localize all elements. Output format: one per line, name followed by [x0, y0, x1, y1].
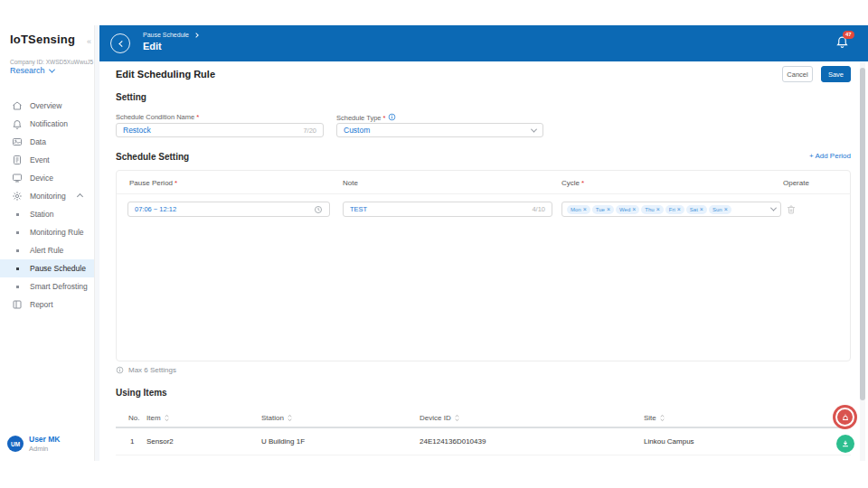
sidebar-collapse-icon[interactable]: «	[87, 37, 91, 46]
sidebar-menu: Overview Notification Data Event Device …	[0, 97, 94, 314]
schedule-condition-name-input[interactable]: Restock 7/20	[116, 123, 324, 137]
header-title: Edit	[143, 41, 162, 52]
cycle-day-chip[interactable]: Sun×	[709, 205, 731, 214]
cell-device-id: 24E124136D010439	[420, 437, 486, 446]
back-button[interactable]	[110, 33, 130, 53]
download-fab[interactable]	[836, 435, 854, 453]
col-site[interactable]: Site	[644, 414, 665, 422]
sidebar-item-label: Station	[30, 210, 53, 219]
sidebar-item-notification[interactable]: Notification	[0, 115, 94, 133]
chip-remove-icon[interactable]: ×	[656, 206, 660, 212]
breadcrumb-parent[interactable]: Pause Schedule	[143, 32, 189, 38]
sidebar-item-event[interactable]: Event	[0, 151, 94, 169]
sidebar-item-data[interactable]: Data	[0, 133, 94, 151]
avatar: UM	[7, 436, 24, 452]
sidebar-item-label: Monitoring	[30, 192, 66, 201]
sidebar-item-device[interactable]: Device	[0, 169, 94, 187]
required-icon: *	[382, 114, 385, 122]
info-icon	[116, 366, 124, 374]
notification-bell[interactable]: 47	[835, 34, 850, 49]
clock-icon	[314, 205, 323, 214]
page-content: Setting Schedule Condition Name* Restock…	[99, 87, 868, 461]
sidebar-item-overview[interactable]: Overview	[0, 97, 94, 115]
add-period-button[interactable]: + Add Period	[809, 152, 851, 160]
sidebar-item-monitoring-rule[interactable]: Monitoring Rule	[0, 223, 94, 241]
chip-remove-icon[interactable]: ×	[607, 206, 610, 212]
sort-icon[interactable]	[659, 414, 665, 422]
pause-period-value: 07:06 ~ 12:12	[135, 205, 314, 213]
user-role: Admin	[29, 445, 60, 453]
schedule-type-value: Custom	[344, 126, 532, 135]
cycle-day-chip[interactable]: Fri×	[665, 205, 684, 214]
scrollbar-thumb[interactable]	[860, 68, 865, 400]
bullet-icon	[16, 249, 19, 252]
chevron-left-icon	[118, 40, 125, 46]
schedule-type-label: Schedule Type*	[336, 113, 396, 122]
table-row: 1 Sensor2 U Building 1F 24E124136D010439…	[116, 428, 851, 455]
sidebar-item-label: Data	[30, 137, 46, 146]
gear-icon	[12, 191, 23, 202]
chip-remove-icon[interactable]: ×	[632, 206, 636, 212]
chevron-up-icon	[77, 192, 83, 199]
alarm-icon	[835, 408, 854, 427]
cycle-day-chip[interactable]: Mon×	[567, 205, 590, 214]
sidebar-item-label: Event	[30, 155, 50, 164]
col-note: Note	[343, 179, 358, 187]
chip-remove-icon[interactable]: ×	[724, 206, 728, 212]
note-input[interactable]: TEST 4/10	[343, 202, 552, 217]
monitor-icon	[12, 173, 23, 183]
col-item[interactable]: Item	[146, 414, 170, 422]
note-counter: 4/10	[532, 205, 545, 213]
schedule-condition-name-value: Restock	[123, 126, 299, 135]
app-canvas: IoTSensing « Company ID: XWSD5XuWwuJ5 Re…	[0, 0, 868, 488]
cycle-chips: Mon× Tue× Wed× Thu× Fri× Sat× Sun×	[567, 205, 771, 214]
pause-period-input[interactable]: 07:06 ~ 12:12	[127, 202, 330, 217]
document-icon	[12, 155, 23, 165]
sidebar-item-pause-schedule[interactable]: Pause Schedule	[0, 259, 94, 277]
chevron-down-icon	[48, 66, 54, 72]
info-icon[interactable]	[388, 113, 396, 121]
cycle-day-chip[interactable]: Sat×	[686, 205, 707, 214]
sidebar-item-alert-rule[interactable]: Alert Rule	[0, 241, 94, 259]
sidebar-item-label: Notification	[30, 119, 68, 128]
col-cycle: Cycle*	[561, 179, 584, 187]
page-title-bar: Edit Scheduling Rule Cancel Save	[99, 61, 868, 87]
using-items-table: No. Item Station Device ID Site 1 Sensor…	[116, 408, 851, 455]
col-station[interactable]: Station	[261, 414, 293, 422]
sidebar-item-monitoring[interactable]: Monitoring	[0, 187, 94, 205]
note-value: TEST	[350, 205, 528, 213]
app-logo: IoTSensing	[10, 33, 75, 46]
chip-remove-icon[interactable]: ×	[700, 206, 703, 212]
sort-icon[interactable]	[287, 414, 293, 422]
cycle-day-chip[interactable]: Tue×	[592, 205, 614, 214]
col-device-id[interactable]: Device ID	[420, 414, 460, 422]
org-selector[interactable]: Research	[10, 66, 54, 75]
data-chart-icon	[12, 136, 23, 147]
cancel-button[interactable]: Cancel	[782, 66, 813, 82]
cycle-day-chip[interactable]: Thu×	[641, 205, 663, 214]
main-scrollbar[interactable]	[860, 62, 865, 461]
cell-site: Linkou Campus	[644, 437, 694, 446]
schedule-type-select[interactable]: Custom	[336, 123, 543, 137]
cycle-day-chip[interactable]: Wed×	[616, 205, 639, 214]
sidebar-item-smart-defrosting[interactable]: Smart Defrosting	[0, 277, 94, 296]
sidebar-item-label: Pause Schedule	[30, 264, 86, 273]
chip-remove-icon[interactable]: ×	[677, 206, 681, 212]
save-button[interactable]: Save	[821, 66, 851, 82]
chip-remove-icon[interactable]: ×	[583, 206, 587, 212]
cycle-select[interactable]: Mon× Tue× Wed× Thu× Fri× Sat× Sun×	[561, 202, 781, 217]
using-items-header: No. Item Station Device ID Site	[116, 408, 851, 428]
page-header: Pause Schedule Edit 47	[99, 25, 868, 61]
delete-row-icon[interactable]	[786, 202, 797, 213]
bullet-icon	[16, 286, 19, 288]
alarm-fab[interactable]	[833, 405, 857, 429]
chevron-down-icon	[531, 126, 537, 132]
cell-no: 1	[130, 437, 134, 446]
sidebar-item-report[interactable]: Report	[0, 296, 94, 314]
col-operate: Operate	[783, 179, 809, 187]
sort-icon[interactable]	[164, 414, 170, 422]
sidebar-item-station[interactable]: Station	[0, 205, 94, 223]
user-profile[interactable]: UM User MK Admin	[7, 435, 60, 453]
cell-item: Sensor2	[146, 437, 174, 446]
sort-icon[interactable]	[454, 414, 460, 422]
